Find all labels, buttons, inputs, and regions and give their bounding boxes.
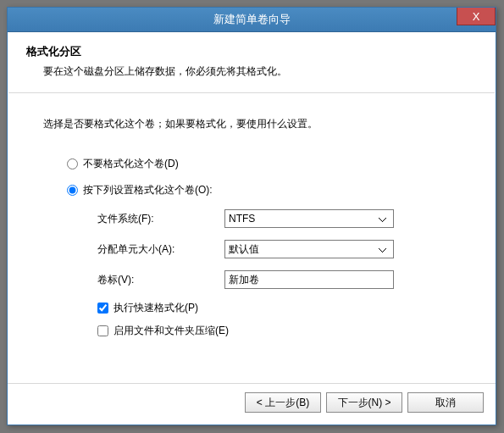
filesystem-row: 文件系统(F): NTFS — [97, 209, 460, 228]
quick-format-label: 执行快速格式化(P) — [114, 301, 198, 315]
instruction-text: 选择是否要格式化这个卷；如果要格式化，要使用什么设置。 — [43, 117, 460, 131]
next-button[interactable]: 下一步(N) > — [326, 392, 402, 413]
wizard-footer: < 上一步(B) 下一步(N) > 取消 — [8, 383, 496, 425]
radio-format-input[interactable] — [67, 185, 78, 196]
radio-no-format-input[interactable] — [67, 158, 78, 169]
radio-format-label: 按下列设置格式化这个卷(O): — [83, 183, 213, 197]
filesystem-label: 文件系统(F): — [97, 212, 224, 226]
cancel-button[interactable]: 取消 — [407, 392, 484, 413]
page-subtitle: 要在这个磁盘分区上储存数据，你必须先将其格式化。 — [43, 64, 477, 79]
quick-format-row[interactable]: 执行快速格式化(P) — [97, 301, 460, 315]
alloc-select[interactable]: 默认值 — [224, 240, 394, 258]
alloc-label: 分配单元大小(A): — [97, 242, 224, 257]
titlebar: 新建简单卷向导 X — [8, 8, 496, 32]
back-button[interactable]: < 上一步(B) — [245, 392, 321, 413]
close-button[interactable]: X — [457, 8, 496, 25]
page-title: 格式化分区 — [26, 44, 477, 59]
compress-row[interactable]: 启用文件和文件夹压缩(E) — [97, 324, 460, 338]
window-title: 新建简单卷向导 — [8, 13, 496, 27]
close-icon: X — [473, 10, 480, 23]
wizard-header: 格式化分区 要在这个磁盘分区上储存数据，你必须先将其格式化。 — [8, 32, 496, 92]
alloc-row: 分配单元大小(A): 默认值 — [97, 240, 460, 258]
radio-format[interactable]: 按下列设置格式化这个卷(O): — [67, 183, 460, 197]
volume-label-input[interactable] — [224, 270, 394, 289]
quick-format-checkbox[interactable] — [97, 303, 108, 314]
volume-label-label: 卷标(V): — [97, 273, 224, 287]
format-fields: 文件系统(F): NTFS 分配单元大小(A): 默认值 卷标(V): — [97, 209, 460, 289]
filesystem-select[interactable]: NTFS — [224, 209, 394, 228]
radio-no-format-label: 不要格式化这个卷(D) — [83, 157, 179, 171]
wizard-body: 选择是否要格式化这个卷；如果要格式化，要使用什么设置。 不要格式化这个卷(D) … — [8, 93, 496, 355]
compress-label: 启用文件和文件夹压缩(E) — [114, 324, 229, 338]
radio-no-format[interactable]: 不要格式化这个卷(D) — [67, 157, 460, 171]
volume-label-row: 卷标(V): — [97, 270, 460, 289]
compress-checkbox[interactable] — [97, 325, 108, 336]
wizard-window: 新建简单卷向导 X 格式化分区 要在这个磁盘分区上储存数据，你必须先将其格式化。… — [7, 7, 496, 425]
